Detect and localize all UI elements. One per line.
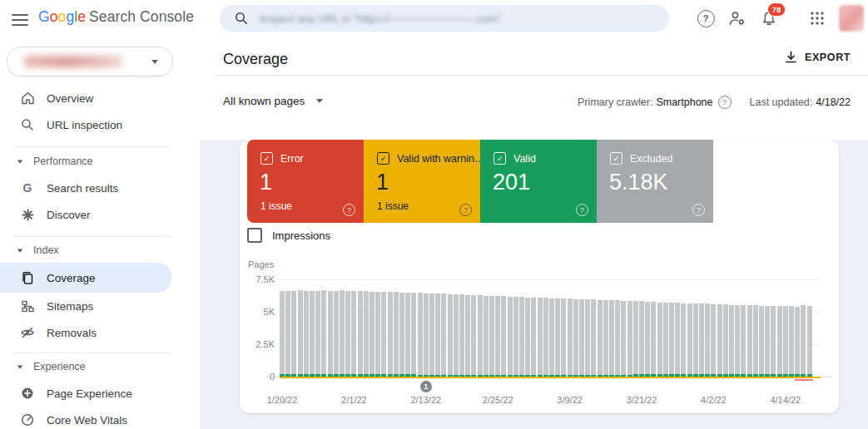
sidebar-item-label: Sitemaps <box>47 300 93 313</box>
x-axis-tick-label: 2/25/22 <box>473 395 523 405</box>
impressions-toggle[interactable]: Impressions <box>247 228 330 243</box>
chart-bar <box>358 291 363 377</box>
status-card-error[interactable]: ✓Error 1 1 issue ? <box>247 140 364 223</box>
sidebar: Overview URL inspection Performance G Se… <box>0 37 200 429</box>
export-button[interactable]: EXPORT <box>785 51 851 64</box>
sidebar-item-removals[interactable]: Removals <box>0 319 171 346</box>
eye-off-icon <box>20 325 35 340</box>
page-filter-dropdown[interactable]: All known pages <box>223 95 323 107</box>
divider <box>13 236 171 237</box>
divider <box>13 146 171 147</box>
chart-bar <box>501 296 506 377</box>
status-card-valid[interactable]: ✓Valid 201 ? <box>480 140 597 223</box>
x-axis-tick-label: 2/1/22 <box>329 395 379 405</box>
y-axis-tick-label: 5K <box>240 307 275 317</box>
chart-bar <box>321 290 326 377</box>
search-placeholder-redacted: Inspect any URL in “https://───────────.… <box>260 12 501 25</box>
status-card-subtext: 1 issue <box>260 200 292 212</box>
chart-bar <box>705 303 710 377</box>
section-label: Performance <box>33 155 93 167</box>
chart-bar <box>579 299 584 377</box>
chart-bar <box>334 291 339 377</box>
section-performance[interactable]: Performance <box>0 152 171 170</box>
checked-checkbox-icon[interactable]: ✓ <box>610 152 622 165</box>
chart-bar <box>723 304 728 377</box>
sidebar-item-page-experience[interactable]: Page Experience <box>0 380 171 407</box>
chevron-down-icon <box>151 60 158 64</box>
chart-bar <box>465 295 470 377</box>
export-label: EXPORT <box>805 52 851 63</box>
google-apps-button[interactable] <box>806 7 829 30</box>
help-icon[interactable]: ? <box>692 204 705 216</box>
apps-grid-icon <box>810 11 825 26</box>
help-button[interactable]: ? <box>694 7 717 30</box>
chart-bar <box>651 302 656 377</box>
chart-bar <box>399 293 404 377</box>
user-settings-button[interactable] <box>726 7 749 30</box>
warning-line <box>280 377 821 378</box>
chart-bar <box>627 301 632 377</box>
sidebar-item-label: Coverage <box>47 272 96 284</box>
help-icon[interactable]: ? <box>343 204 355 216</box>
last-updated-value: 4/18/22 <box>816 96 851 108</box>
section-experience[interactable]: Experience <box>0 358 171 376</box>
chart-bar <box>747 305 752 377</box>
chart-bar <box>364 291 369 377</box>
notification-count-badge: 78 <box>767 2 786 17</box>
chart-bar <box>753 305 758 377</box>
chart-bar <box>621 301 626 377</box>
section-index[interactable]: Index <box>0 241 171 259</box>
chart-bar <box>765 306 770 377</box>
chart-bar <box>771 306 776 377</box>
url-inspection-search-input[interactable]: Inspect any URL in “https://───────────.… <box>220 5 669 32</box>
help-icon[interactable]: ? <box>459 204 472 216</box>
x-axis-tick-label: 3/9/22 <box>545 395 595 405</box>
search-icon <box>235 12 248 25</box>
divider <box>13 353 171 353</box>
chart-bar <box>657 303 662 377</box>
chart-bar <box>699 303 704 377</box>
chart-bar <box>543 298 548 377</box>
crawler-help-icon[interactable]: ? <box>718 96 732 109</box>
chart-bar <box>471 295 476 377</box>
chart-bar <box>328 291 333 377</box>
chart-bar <box>394 292 399 377</box>
chart-plot-area[interactable]: 7.5K5K2.5K01/20/222/1/222/13/222/25/223/… <box>280 279 821 377</box>
property-selector-dropdown[interactable] <box>7 47 173 76</box>
google-g-icon: G <box>20 180 35 195</box>
sidebar-item-coverage[interactable]: Coverage <box>0 263 171 293</box>
chart-bar <box>454 294 459 377</box>
notifications-button[interactable]: 78 <box>757 7 781 30</box>
page-title: Coverage <box>223 51 288 68</box>
logo-letter: G <box>38 8 50 25</box>
chart-bar <box>508 297 513 377</box>
help-icon[interactable]: ? <box>576 204 588 216</box>
status-card-value: 1 <box>376 170 389 195</box>
chart-bar <box>340 290 345 377</box>
sidebar-item-overview[interactable]: Overview <box>0 85 171 111</box>
sidebar-item-core-web-vitals[interactable]: Core Web Vitals <box>0 407 171 429</box>
logo-letter: o <box>58 8 67 25</box>
status-card-excluded[interactable]: ✓Excluded 5.18K ? <box>597 140 713 223</box>
issue-annotation-marker[interactable]: 1 <box>420 381 432 392</box>
checked-checkbox-icon[interactable]: ✓ <box>494 152 506 165</box>
status-card-value: 5.18K <box>609 170 668 195</box>
sidebar-item-sitemaps[interactable]: Sitemaps <box>0 293 171 319</box>
impressions-label: Impressions <box>272 229 330 242</box>
account-avatar-redacted[interactable] <box>839 5 864 32</box>
hamburger-menu-icon[interactable] <box>12 11 28 24</box>
sidebar-item-search-results[interactable]: G Search results <box>0 175 171 201</box>
chart-bar <box>807 306 812 377</box>
chart-bar <box>370 292 374 377</box>
checked-checkbox-icon[interactable]: ✓ <box>377 152 389 165</box>
status-card-valid-with-warnings[interactable]: ✓Valid with warnin… 1 1 issue ? <box>364 140 480 223</box>
chart-bar <box>418 293 423 377</box>
property-name-redacted <box>24 56 122 67</box>
sidebar-item-url-inspection[interactable]: URL inspection <box>0 111 171 138</box>
sidebar-item-discover[interactable]: Discover <box>0 201 171 228</box>
chart-bar <box>759 306 764 377</box>
unchecked-checkbox-icon[interactable] <box>247 228 262 243</box>
checked-checkbox-icon[interactable]: ✓ <box>260 152 273 165</box>
discover-asterisk-icon <box>20 207 35 222</box>
sidebar-item-label: Removals <box>47 327 97 339</box>
